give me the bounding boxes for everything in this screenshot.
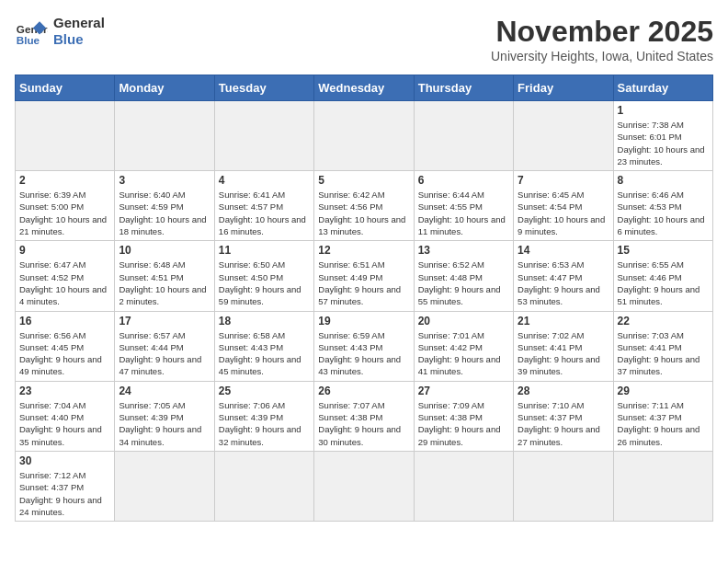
day-info: Sunrise: 7:04 AMSunset: 4:40 PMDaylight:… — [19, 399, 110, 448]
calendar-cell: 25Sunrise: 7:06 AMSunset: 4:39 PMDayligh… — [214, 381, 313, 451]
calendar-cell: 19Sunrise: 6:59 AMSunset: 4:43 PMDayligh… — [314, 311, 414, 381]
day-number: 25 — [219, 385, 310, 397]
day-number: 21 — [518, 315, 609, 327]
day-info: Sunrise: 7:05 AMSunset: 4:39 PMDaylight:… — [119, 399, 210, 448]
weekday-header-friday: Friday — [514, 75, 613, 101]
calendar-cell: 12Sunrise: 6:51 AMSunset: 4:49 PMDayligh… — [314, 241, 414, 311]
calendar-cell: 17Sunrise: 6:57 AMSunset: 4:44 PMDayligh… — [115, 311, 214, 381]
week-row-6: 30Sunrise: 7:12 AMSunset: 4:37 PMDayligh… — [16, 451, 713, 521]
day-info: Sunrise: 6:44 AMSunset: 4:55 PMDaylight:… — [418, 189, 509, 237]
page-header: General Blue General Blue November 2025 … — [15, 15, 713, 63]
day-info: Sunrise: 6:45 AMSunset: 4:54 PMDaylight:… — [518, 189, 609, 237]
day-info: Sunrise: 6:55 AMSunset: 4:46 PMDaylight:… — [618, 259, 709, 307]
day-info: Sunrise: 6:57 AMSunset: 4:44 PMDaylight:… — [119, 329, 210, 378]
calendar-cell — [414, 451, 513, 521]
calendar-cell: 3Sunrise: 6:40 AMSunset: 4:59 PMDaylight… — [115, 171, 214, 241]
day-number: 27 — [418, 385, 509, 397]
weekday-header-row: SundayMondayTuesdayWednesdayThursdayFrid… — [16, 75, 713, 101]
week-row-2: 2Sunrise: 6:39 AMSunset: 5:00 PMDaylight… — [16, 171, 713, 241]
calendar-cell: 24Sunrise: 7:05 AMSunset: 4:39 PMDayligh… — [115, 381, 214, 451]
calendar-cell — [613, 451, 712, 521]
calendar-cell — [414, 101, 513, 171]
day-info: Sunrise: 6:46 AMSunset: 4:53 PMDaylight:… — [618, 189, 709, 237]
calendar-cell — [16, 101, 115, 171]
day-info: Sunrise: 6:51 AMSunset: 4:49 PMDaylight:… — [318, 259, 409, 307]
day-number: 12 — [318, 244, 409, 257]
calendar-cell: 29Sunrise: 7:11 AMSunset: 4:37 PMDayligh… — [613, 381, 712, 451]
calendar-cell — [115, 101, 214, 171]
day-info: Sunrise: 7:01 AMSunset: 4:42 PMDaylight:… — [418, 329, 509, 378]
day-number: 1 — [618, 104, 709, 117]
weekday-header-wednesday: Wednesday — [314, 75, 414, 101]
day-info: Sunrise: 6:48 AMSunset: 4:51 PMDaylight:… — [119, 259, 210, 307]
day-number: 30 — [19, 454, 110, 467]
calendar-cell: 13Sunrise: 6:52 AMSunset: 4:48 PMDayligh… — [414, 241, 513, 311]
weekday-header-sunday: Sunday — [16, 75, 115, 101]
day-info: Sunrise: 7:12 AMSunset: 4:37 PMDaylight:… — [19, 469, 110, 518]
week-row-3: 9Sunrise: 6:47 AMSunset: 4:52 PMDaylight… — [16, 241, 713, 311]
day-number: 6 — [418, 174, 509, 187]
day-number: 16 — [19, 315, 110, 327]
day-number: 9 — [19, 244, 110, 257]
title-block: November 2025 University Heights, Iowa, … — [491, 15, 713, 63]
day-number: 20 — [418, 315, 509, 327]
day-info: Sunrise: 7:09 AMSunset: 4:38 PMDaylight:… — [418, 399, 509, 448]
day-info: Sunrise: 6:53 AMSunset: 4:47 PMDaylight:… — [518, 259, 609, 307]
day-info: Sunrise: 6:52 AMSunset: 4:48 PMDaylight:… — [418, 259, 509, 307]
day-info: Sunrise: 7:38 AMSunset: 6:01 PMDaylight:… — [618, 119, 709, 167]
week-row-1: 1Sunrise: 7:38 AMSunset: 6:01 PMDaylight… — [16, 101, 713, 171]
weekday-header-tuesday: Tuesday — [214, 75, 313, 101]
week-row-4: 16Sunrise: 6:56 AMSunset: 4:45 PMDayligh… — [16, 311, 713, 381]
day-number: 29 — [618, 385, 709, 397]
day-info: Sunrise: 6:59 AMSunset: 4:43 PMDaylight:… — [318, 329, 409, 378]
day-info: Sunrise: 7:07 AMSunset: 4:38 PMDaylight:… — [318, 399, 409, 448]
calendar-cell — [514, 451, 613, 521]
calendar-table: SundayMondayTuesdayWednesdayThursdayFrid… — [15, 75, 713, 522]
logo-general-text: General — [53, 15, 105, 31]
calendar-cell: 18Sunrise: 6:58 AMSunset: 4:43 PMDayligh… — [214, 311, 313, 381]
month-year-title: November 2025 — [491, 15, 713, 49]
calendar-cell: 2Sunrise: 6:39 AMSunset: 5:00 PMDaylight… — [16, 171, 115, 241]
day-info: Sunrise: 7:03 AMSunset: 4:41 PMDaylight:… — [618, 329, 709, 378]
logo: General Blue General Blue — [15, 15, 105, 48]
weekday-header-monday: Monday — [115, 75, 214, 101]
svg-text:Blue: Blue — [17, 34, 40, 46]
day-number: 4 — [219, 174, 310, 187]
day-number: 15 — [618, 244, 709, 257]
calendar-cell: 16Sunrise: 6:56 AMSunset: 4:45 PMDayligh… — [16, 311, 115, 381]
day-number: 10 — [119, 244, 210, 257]
calendar-cell — [514, 101, 613, 171]
calendar-cell: 1Sunrise: 7:38 AMSunset: 6:01 PMDaylight… — [613, 101, 712, 171]
calendar-cell: 20Sunrise: 7:01 AMSunset: 4:42 PMDayligh… — [414, 311, 513, 381]
calendar-cell: 15Sunrise: 6:55 AMSunset: 4:46 PMDayligh… — [613, 241, 712, 311]
calendar-cell: 10Sunrise: 6:48 AMSunset: 4:51 PMDayligh… — [115, 241, 214, 311]
day-number: 13 — [418, 244, 509, 257]
calendar-cell: 28Sunrise: 7:10 AMSunset: 4:37 PMDayligh… — [514, 381, 613, 451]
day-number: 11 — [219, 244, 310, 257]
calendar-cell: 23Sunrise: 7:04 AMSunset: 4:40 PMDayligh… — [16, 381, 115, 451]
day-info: Sunrise: 6:50 AMSunset: 4:50 PMDaylight:… — [219, 259, 310, 307]
calendar-cell: 30Sunrise: 7:12 AMSunset: 4:37 PMDayligh… — [16, 451, 115, 521]
day-info: Sunrise: 7:02 AMSunset: 4:41 PMDaylight:… — [518, 329, 609, 378]
week-row-5: 23Sunrise: 7:04 AMSunset: 4:40 PMDayligh… — [16, 381, 713, 451]
day-number: 2 — [19, 174, 110, 187]
day-number: 5 — [318, 174, 409, 187]
day-number: 7 — [518, 174, 609, 187]
calendar-cell — [214, 451, 313, 521]
calendar-cell: 5Sunrise: 6:42 AMSunset: 4:56 PMDaylight… — [314, 171, 414, 241]
calendar-cell: 9Sunrise: 6:47 AMSunset: 4:52 PMDaylight… — [16, 241, 115, 311]
day-info: Sunrise: 7:10 AMSunset: 4:37 PMDaylight:… — [518, 399, 609, 448]
day-number: 28 — [518, 385, 609, 397]
day-number: 19 — [318, 315, 409, 327]
weekday-header-thursday: Thursday — [414, 75, 513, 101]
calendar-cell: 7Sunrise: 6:45 AMSunset: 4:54 PMDaylight… — [514, 171, 613, 241]
day-number: 22 — [618, 315, 709, 327]
calendar-cell: 14Sunrise: 6:53 AMSunset: 4:47 PMDayligh… — [514, 241, 613, 311]
day-info: Sunrise: 6:39 AMSunset: 5:00 PMDaylight:… — [19, 189, 110, 237]
weekday-header-saturday: Saturday — [613, 75, 712, 101]
day-number: 8 — [618, 174, 709, 187]
calendar-cell: 8Sunrise: 6:46 AMSunset: 4:53 PMDaylight… — [613, 171, 712, 241]
day-info: Sunrise: 6:47 AMSunset: 4:52 PMDaylight:… — [19, 259, 110, 307]
day-number: 18 — [219, 315, 310, 327]
calendar-cell: 22Sunrise: 7:03 AMSunset: 4:41 PMDayligh… — [613, 311, 712, 381]
